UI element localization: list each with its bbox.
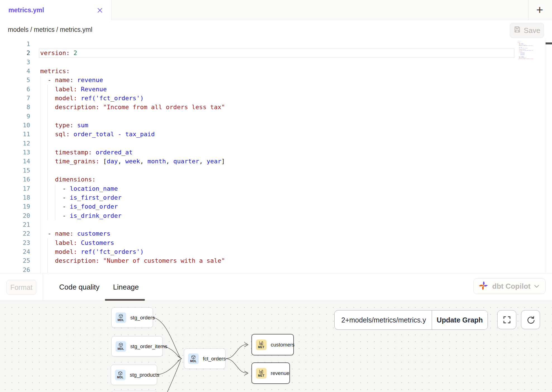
code-line[interactable] bbox=[0, 266, 514, 273]
node-label: fct_orders bbox=[203, 356, 226, 362]
save-icon bbox=[513, 26, 521, 35]
node-revenue[interactable]: MET revenue bbox=[251, 362, 290, 384]
code-line[interactable]: type: sum bbox=[0, 121, 514, 130]
fullscreen-icon bbox=[503, 316, 511, 324]
tab-title: metrics.yml bbox=[8, 6, 44, 14]
format-button[interactable]: Format bbox=[6, 280, 36, 295]
code-line[interactable] bbox=[0, 220, 514, 229]
tab-metrics-yml[interactable]: metrics.yml bbox=[0, 0, 112, 20]
code-line[interactable]: dimensions: bbox=[0, 175, 514, 184]
code-line[interactable] bbox=[514, 59, 532, 60]
node-badge: MET bbox=[258, 374, 265, 377]
ide-window: + metrics.yml models / metrics / metrics… bbox=[0, 0, 552, 392]
code-line[interactable]: - name: revenue bbox=[0, 76, 514, 85]
lineage-controls: Update Graph bbox=[334, 310, 488, 330]
code-line[interactable]: model: ref('fct_orders') bbox=[0, 247, 514, 256]
bottom-toolbar: Format Code quality Lineage dbt Copilot bbox=[0, 273, 552, 301]
tabbar-divider bbox=[528, 0, 529, 20]
save-label: Save bbox=[524, 26, 540, 35]
code-line[interactable]: version: 2 bbox=[0, 49, 514, 58]
code-pane[interactable]: version: 2metrics: - name: revenue label… bbox=[0, 40, 514, 273]
code-line[interactable]: sql: order_total - tax_paid bbox=[0, 130, 514, 139]
code-line[interactable]: - is_food_order bbox=[0, 202, 514, 211]
node-customers[interactable]: MET customers bbox=[251, 334, 294, 355]
node-partially-visible[interactable] bbox=[111, 391, 157, 392]
node-badge: MDL bbox=[117, 319, 124, 322]
active-tab-underline bbox=[105, 299, 145, 301]
code-line[interactable]: metrics: bbox=[0, 67, 514, 76]
toolbar-divider bbox=[43, 273, 43, 301]
code-line[interactable]: - name: customers bbox=[0, 229, 514, 238]
breadcrumb: models / metrics / metrics.yml bbox=[8, 20, 92, 39]
refresh-icon bbox=[526, 315, 535, 324]
save-button[interactable]: Save bbox=[510, 23, 544, 38]
node-label: customers bbox=[271, 342, 294, 348]
node-stg-order-items[interactable]: MDL stg_order_items bbox=[111, 336, 163, 357]
model-cube-icon: MDL bbox=[116, 341, 126, 352]
node-stg-orders[interactable]: MDL stg_orders bbox=[111, 307, 153, 328]
node-fct-orders[interactable]: MDL fct_orders bbox=[184, 348, 225, 369]
dbt-copilot-icon bbox=[478, 280, 489, 292]
node-badge: MDL bbox=[117, 376, 123, 379]
node-badge: MDL bbox=[117, 347, 124, 350]
code-line[interactable]: description: "Number of customers with a… bbox=[0, 256, 514, 265]
code-line[interactable] bbox=[0, 166, 514, 175]
dbt-copilot-label: dbt Copilot bbox=[492, 282, 531, 291]
fullscreen-button[interactable] bbox=[497, 310, 516, 329]
code-line[interactable] bbox=[0, 139, 514, 148]
scrollbar-thumb[interactable] bbox=[546, 42, 552, 44]
tab-bar: + metrics.yml bbox=[0, 0, 552, 20]
model-cube-icon: MDL bbox=[188, 353, 199, 364]
refresh-button[interactable] bbox=[521, 310, 540, 329]
node-badge: MDL bbox=[190, 360, 196, 363]
update-graph-button[interactable]: Update Graph bbox=[432, 310, 488, 329]
tab-lineage[interactable]: Lineage bbox=[113, 273, 139, 301]
node-label: stg_products bbox=[130, 372, 159, 378]
code-line[interactable] bbox=[0, 40, 514, 49]
code-line[interactable]: time_grains: [day, week, month, quarter,… bbox=[0, 157, 514, 166]
node-stg-products[interactable]: MDL stg_products bbox=[111, 365, 157, 385]
metric-chart-icon: MET bbox=[256, 368, 267, 379]
model-cube-icon: MDL bbox=[115, 370, 126, 380]
code-pane[interactable]: version: 2metrics: - name: revenue label… bbox=[514, 40, 532, 60]
file-header-row: models / metrics / metrics.yml Save bbox=[0, 20, 552, 39]
code-line[interactable]: label: Revenue bbox=[0, 85, 514, 94]
code-line[interactable] bbox=[0, 58, 514, 67]
chevron-down-icon bbox=[534, 285, 539, 288]
code-line[interactable]: label: Customers bbox=[0, 238, 514, 247]
lineage-graph-panel[interactable]: MDL stg_orders MDL stg_order_items MDL s… bbox=[0, 301, 552, 392]
code-line[interactable]: model: ref('fct_orders') bbox=[0, 94, 514, 103]
new-tab-button[interactable]: + bbox=[532, 3, 547, 17]
code-line[interactable] bbox=[0, 112, 514, 121]
code-line[interactable]: - is_drink_order bbox=[0, 211, 514, 220]
code-line[interactable]: - is_first_order bbox=[0, 193, 514, 202]
code-line[interactable]: timestamp: ordered_at bbox=[0, 148, 514, 157]
close-tab-icon[interactable] bbox=[96, 6, 104, 15]
node-label: stg_order_items bbox=[130, 343, 167, 350]
metric-chart-icon: MET bbox=[256, 340, 267, 350]
overview-ruler bbox=[545, 39, 545, 273]
code-line[interactable]: - location_name bbox=[0, 184, 514, 193]
code-line[interactable]: description: "Income from all orders les… bbox=[0, 103, 514, 112]
minimap[interactable]: version: 2metrics: - name: revenue label… bbox=[514, 40, 533, 62]
lineage-selector-input[interactable] bbox=[335, 310, 432, 329]
node-label: stg_orders bbox=[130, 315, 155, 321]
node-badge: MET bbox=[258, 346, 265, 349]
dbt-copilot-button[interactable]: dbt Copilot bbox=[473, 278, 546, 294]
tab-code-quality[interactable]: Code quality bbox=[59, 273, 100, 301]
node-label: revenue bbox=[271, 370, 289, 376]
code-editor[interactable]: 1234567891011121314151617181920212223242… bbox=[0, 39, 552, 273]
model-cube-icon: MDL bbox=[116, 312, 126, 323]
